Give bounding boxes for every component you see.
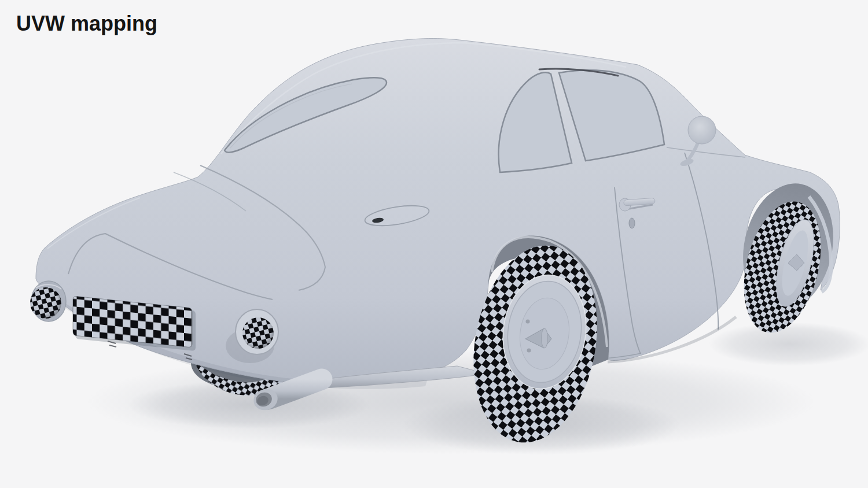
render-canvas: UVW mapping (0, 0, 868, 488)
hub-dot-top (526, 320, 530, 324)
car-render-svg (0, 0, 868, 488)
hub-dot-bottom (527, 349, 531, 353)
mirror-head (688, 116, 716, 144)
tail-light-sphere (30, 281, 66, 321)
page-title: UVW mapping (16, 12, 157, 36)
door-keyhole (629, 218, 635, 228)
hub-spinner-fin (542, 328, 548, 348)
